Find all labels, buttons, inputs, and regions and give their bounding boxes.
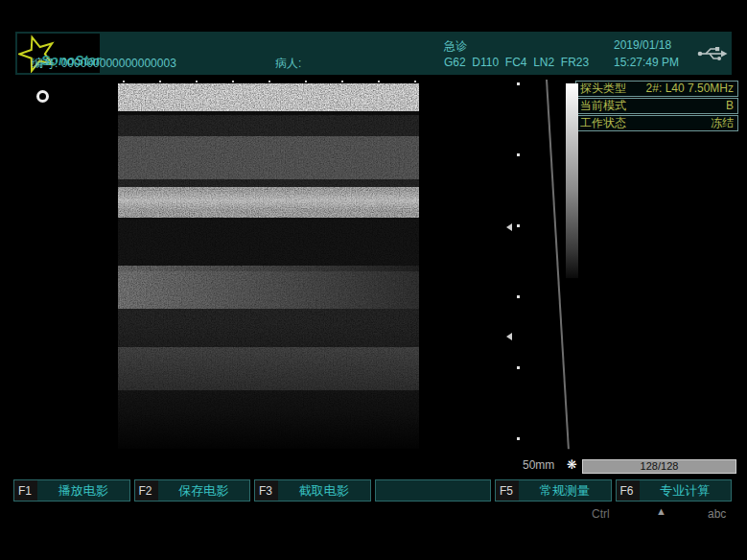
ctrl-status: Ctrl [592,507,610,521]
probe-type-label: 探头类型 [580,82,626,96]
lateral-scale-ticks [123,81,418,82]
ultrasound-image [118,83,419,449]
record-id: 编号: 000000000000000003 [32,56,176,72]
imaging-params: G62 D110 FC4 LN2 FR23 [444,56,589,69]
header-bar: SonoStar 急诊 2019/01/18 编号: 0000000000000… [15,32,732,75]
probe-info-panel: 探头类型 2#: L40 7.50MHz 当前模式 B 工作状态 冻结 [575,81,738,132]
f6-calc-button[interactable]: F6 专业计算 [616,479,733,502]
shift-status-icon: ▲ [656,505,666,517]
grayscale-bar [566,83,578,278]
usb-icon [695,44,730,63]
f2-keycap: F2 [135,480,158,501]
work-status-row: 工作状态 冻结 [575,115,738,131]
probe-orientation-marker [36,90,49,103]
record-id-value: 000000000000000003 [61,57,176,70]
work-status-value: 冻结 [711,116,734,130]
f1-keycap: F1 [14,480,37,501]
freeze-indicator-icon: ❋ [567,457,577,472]
f3-keycap: F3 [255,480,278,501]
depth-label: 50mm [523,458,554,472]
probe-type-row: 探头类型 2#: L40 7.50MHz [575,81,738,97]
f5-keycap: F5 [496,480,519,501]
function-key-row: F1 播放电影 F2 保存电影 F3 截取电影 F5 常规测量 F6 专业计算 [13,479,732,502]
current-mode-label: 当前模式 [580,99,626,113]
f6-keycap: F6 [617,480,640,501]
time-display: 15:27:49 PM [614,56,679,69]
f2-save-cine-button[interactable]: F2 保存电影 [134,479,251,502]
f2-label: 保存电影 [158,482,250,500]
f4-empty-button[interactable] [375,479,492,502]
ultrasound-machine-screen: SonoStar 急诊 2019/01/18 编号: 0000000000000… [0,0,747,560]
date-display: 2019/01/18 [614,38,671,52]
probe-type-value: 2#: L40 7.50MHz [646,82,734,96]
input-mode-status: abc [708,507,726,521]
current-mode-value: B [726,99,734,113]
work-status-label: 工作状态 [580,116,626,130]
f1-label: 播放电影 [37,482,129,500]
f5-measure-button[interactable]: F5 常规测量 [495,479,612,502]
focus-marker-icon [506,223,512,231]
exam-type-label: 急诊 [444,38,467,55]
patient-label: 病人: [275,56,301,72]
depth-scale-ticks [517,82,520,440]
f3-label: 截取电影 [278,482,370,500]
current-mode-row: 当前模式 B [575,98,738,114]
f1-play-cine-button[interactable]: F1 播放电影 [13,479,130,502]
f3-capture-cine-button[interactable]: F3 截取电影 [254,479,371,502]
f6-label: 专业计算 [640,482,732,500]
record-id-label: 编号: [32,57,58,70]
cine-progress-bar[interactable]: 128/128 [582,459,736,474]
focus-marker-icon [506,333,512,340]
f5-label: 常规测量 [519,482,611,500]
